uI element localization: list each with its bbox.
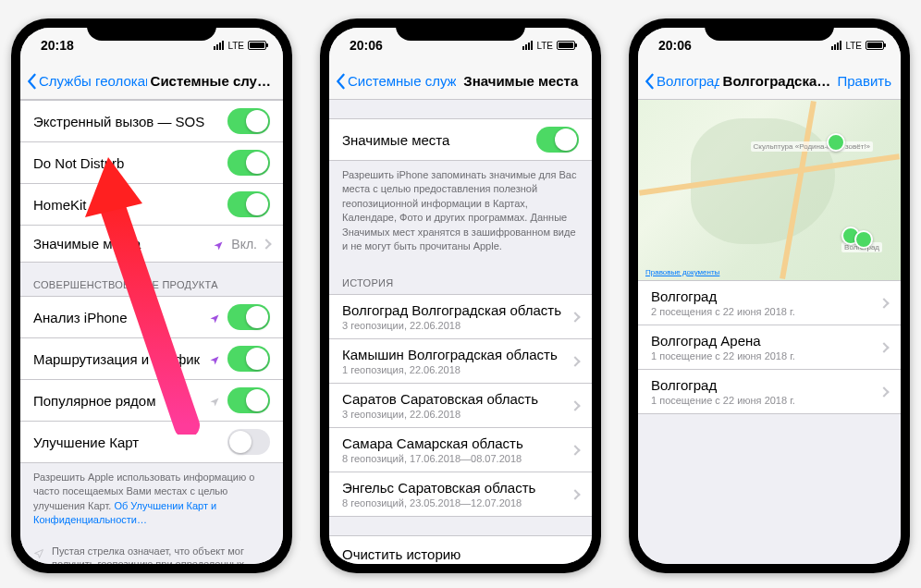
map-pin-icon[interactable]: [827, 133, 845, 152]
location-arrow-outline-icon: [33, 546, 44, 557]
row-homekit[interactable]: HomeKit: [20, 184, 283, 226]
back-label: Системные службы: [348, 73, 456, 89]
history-title: Энгельс Саратовская область: [342, 480, 571, 496]
toggle-homekit[interactable]: [227, 191, 270, 217]
map-view[interactable]: Скульптура «Родина-мать зовёт!» Волгогра…: [638, 100, 901, 281]
row-significant-locations-toggle[interactable]: Значимые места: [329, 118, 592, 161]
chevron-right-icon: [878, 342, 889, 352]
back-label: Службы геолокации: [39, 73, 147, 89]
nav-bar: Службы геолокации Системные службы: [20, 63, 283, 100]
notch: [396, 18, 525, 41]
place-sub: 1 посещение с 22 июня 2018 г.: [651, 395, 880, 406]
chevron-right-icon: [261, 239, 271, 249]
battery-icon: [866, 41, 884, 50]
legend: Пустая стрелка означает, что объект мог …: [20, 535, 283, 564]
nav-bar: Системные службы Значимые места: [329, 63, 592, 100]
battery-icon: [557, 41, 575, 50]
row-popular-nearby[interactable]: Популярное рядом: [20, 380, 283, 422]
history-row[interactable]: Саратов Саратовская область 3 геопозиции…: [329, 384, 592, 428]
row-iphone-analytics[interactable]: Анализ iPhone: [20, 296, 283, 338]
cell-label: Анализ iPhone: [33, 310, 209, 325]
history-title: Волгоград Волгоградская область: [342, 302, 571, 318]
history-sub: 3 геопозиции, 22.06.2018: [342, 409, 571, 420]
cell-value: Вкл.: [231, 237, 257, 251]
map-pin-icon[interactable]: [854, 230, 873, 249]
place-title: Волгоград: [651, 377, 880, 393]
chevron-left-icon: [335, 73, 346, 90]
cell-label: Do Not Disturb: [33, 155, 227, 171]
clear-history-button[interactable]: Очистить историю: [329, 535, 592, 564]
chevron-right-icon: [878, 298, 889, 308]
signal-icon: [214, 41, 224, 50]
history-row[interactable]: Волгоград Волгоградская область 3 геопоз…: [329, 294, 592, 339]
toggle-analytics[interactable]: [227, 304, 270, 330]
status-time: 20:18: [41, 38, 74, 53]
nav-title: Значимые места: [456, 73, 586, 89]
network-label: LTE: [536, 41, 553, 51]
toggle-maps[interactable]: [227, 429, 270, 455]
row-routing-traffic[interactable]: Маршрутизация и трафик: [20, 338, 283, 380]
legend-row: Пустая стрелка означает, что объект мог …: [33, 541, 270, 564]
chevron-right-icon: [570, 312, 580, 322]
toggle-sos[interactable]: [227, 108, 270, 134]
place-row[interactable]: Волгоград Арена 1 посещение с 22 июня 20…: [638, 325, 901, 370]
content[interactable]: Скульптура «Родина-мать зовёт!» Волгогра…: [638, 100, 901, 564]
cell-label: Популярное рядом: [33, 393, 209, 409]
screen-location-detail: 20:06 LTE Волгоград Волгоградская о… Пра…: [638, 28, 901, 564]
place-title: Волгоград Арена: [651, 333, 880, 349]
row-dnd[interactable]: Do Not Disturb: [20, 142, 283, 184]
row-significant-locations[interactable]: Значимые места Вкл.: [20, 226, 283, 263]
chevron-right-icon: [878, 386, 889, 397]
status-right: LTE: [831, 41, 884, 51]
network-label: LTE: [227, 41, 244, 51]
nav-bar: Волгоград Волгоградская о… Править: [638, 63, 901, 100]
status-time: 20:06: [658, 38, 692, 53]
history-sub: 8 геопозиций, 23.05.2018—12.07.2018: [342, 497, 571, 508]
content[interactable]: Экстренный вызов — SOS Do Not Disturb Ho…: [20, 100, 283, 564]
place-title: Волгоград: [651, 288, 880, 304]
place-row[interactable]: Волгоград 2 посещения с 22 июня 2018 г.: [638, 281, 901, 325]
chevron-right-icon: [570, 445, 580, 455]
place-sub: 2 посещения с 22 июня 2018 г.: [651, 306, 880, 317]
location-arrow-icon: [209, 312, 220, 323]
history-row[interactable]: Энгельс Саратовская область 8 геопозиций…: [329, 472, 592, 517]
cell-label: Улучшение Карт: [33, 435, 227, 450]
place-sub: 1 посещение с 22 июня 2018 г.: [651, 350, 880, 361]
toggle-significant-locations[interactable]: [536, 127, 579, 153]
map-poi-label: Скульптура «Родина-мать зовёт!»: [751, 141, 873, 152]
cell-label: Значимые места: [33, 236, 213, 251]
map-legal-link[interactable]: Правовые документы: [645, 268, 719, 276]
row-sos[interactable]: Экстренный вызов — SOS: [20, 100, 283, 142]
content[interactable]: Значимые места Разрешить iPhone запомина…: [329, 100, 592, 564]
history-row[interactable]: Камышин Волгоградская область 1 геопозиц…: [329, 339, 592, 384]
row-improve-maps[interactable]: Улучшение Карт: [20, 422, 283, 463]
edit-button[interactable]: Править: [838, 73, 896, 89]
cell-label: Значимые места: [342, 132, 536, 148]
status-right: LTE: [522, 41, 575, 51]
place-row[interactable]: Волгоград 1 посещение с 22 июня 2018 г.: [638, 370, 901, 414]
section-header-improvement: СОВЕРШЕНСТВОВАНИЕ ПРОДУКТА: [20, 263, 283, 296]
cell-label: Маршрутизация и трафик: [33, 351, 209, 367]
history-title: Камышин Волгоградская область: [342, 347, 571, 362]
location-arrow-icon: [209, 353, 220, 364]
notch: [87, 18, 216, 41]
back-button[interactable]: Службы геолокации: [26, 73, 147, 90]
toggle-routing[interactable]: [227, 346, 270, 372]
cell-label: Экстренный вызов — SOS: [33, 114, 227, 129]
network-label: LTE: [845, 41, 862, 51]
history-sub: 3 геопозиции, 22.06.2018: [342, 320, 571, 331]
back-button[interactable]: Системные службы: [335, 73, 456, 90]
toggle-dnd[interactable]: [227, 150, 270, 176]
description-text: Разрешить iPhone запоминать значимые для…: [329, 161, 592, 261]
chevron-right-icon: [570, 356, 580, 366]
phone-1: 20:18 LTE Службы геолокации Системные сл…: [11, 18, 292, 573]
status-time: 20:06: [350, 38, 383, 53]
cell-label: Очистить историю: [342, 546, 579, 562]
history-row[interactable]: Самара Самарская область 8 геопозиций, 1…: [329, 428, 592, 472]
back-button[interactable]: Волгоград: [644, 73, 719, 90]
chevron-left-icon: [26, 73, 37, 90]
signal-icon: [831, 41, 841, 50]
battery-icon: [248, 41, 266, 50]
notch: [705, 18, 834, 41]
toggle-popular[interactable]: [227, 387, 270, 413]
